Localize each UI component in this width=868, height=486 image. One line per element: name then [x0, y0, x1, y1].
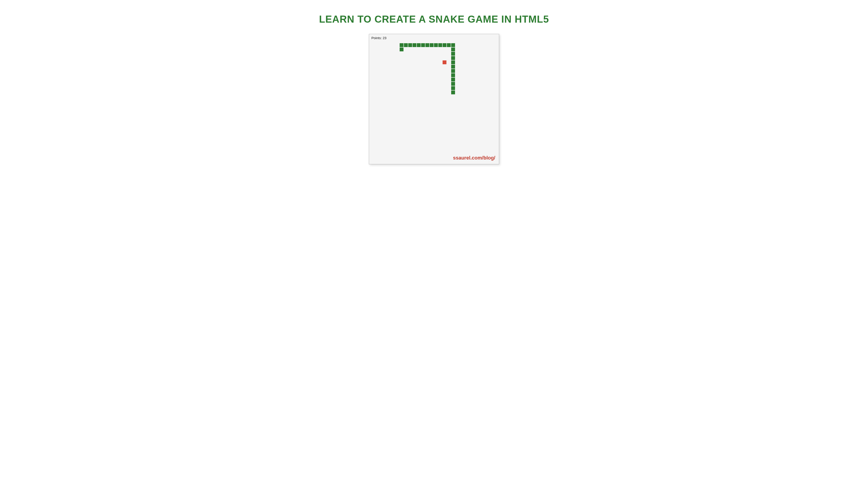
page-title: LEARN TO CREATE A SNAKE GAME IN HTML5 — [319, 13, 549, 25]
attribution-text: ssaurel.com/blog/ — [453, 155, 495, 161]
game-canvas[interactable] — [369, 34, 499, 165]
game-board[interactable]: Points: 23 ssaurel.com/blog/ — [369, 34, 499, 164]
